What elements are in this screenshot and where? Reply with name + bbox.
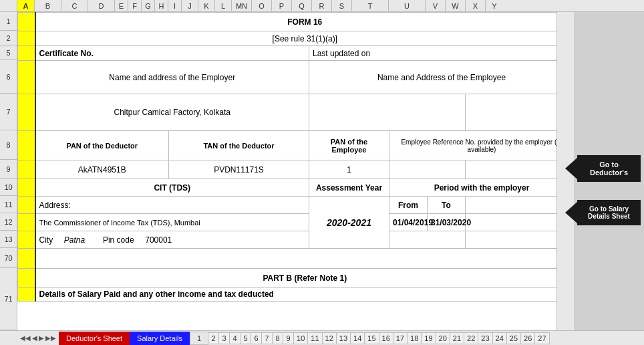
sheet-num-9[interactable]: 9 xyxy=(283,332,294,344)
col-v-header[interactable]: V xyxy=(426,0,446,11)
pincode-val: 700001 xyxy=(145,235,172,245)
sheet-num-17[interactable]: 17 xyxy=(393,332,408,344)
col-e-header[interactable]: E xyxy=(115,0,128,11)
city-val: Patna xyxy=(64,235,85,245)
cell-a-partb xyxy=(18,269,35,288)
col-j-header[interactable]: J xyxy=(182,0,198,11)
see-rule-row: [See rule 31(1)(a)] xyxy=(18,31,557,46)
emp-ref-val-spacer xyxy=(389,160,466,179)
sheet-num-22[interactable]: 22 xyxy=(464,332,478,344)
col-mn-header[interactable]: MN xyxy=(232,0,252,11)
col-b-header[interactable]: B xyxy=(35,0,61,11)
details-row: Details of Salary Paid and any other inc… xyxy=(18,288,557,302)
address-dates-row: The Commissioner of Income Tax (TDS), Mu… xyxy=(18,214,557,231)
col-i-header[interactable]: I xyxy=(168,0,182,11)
to-label: To xyxy=(428,197,466,214)
sheet-num-8[interactable]: 8 xyxy=(273,332,283,344)
sheet-num-16[interactable]: 16 xyxy=(379,332,393,344)
tab-salary-details[interactable]: Salary Details xyxy=(130,332,190,345)
sheet-num-19[interactable]: 19 xyxy=(422,332,436,344)
col-r-header[interactable]: R xyxy=(312,0,332,11)
col-p-header[interactable]: P xyxy=(272,0,292,11)
sheet-num-7[interactable]: 7 xyxy=(262,332,273,344)
col-a-header[interactable]: A xyxy=(17,0,35,11)
col-w-header[interactable]: W xyxy=(446,0,466,11)
cell-a12 xyxy=(18,214,35,231)
date-spacer xyxy=(466,214,557,231)
sheet-num-5[interactable]: 5 xyxy=(240,332,251,344)
nav-next[interactable]: ▶ xyxy=(39,334,44,342)
tab-deductors-sheet[interactable]: Deductor's Sheet xyxy=(59,332,130,345)
sheet-num-27[interactable]: 27 xyxy=(535,332,549,344)
col-s-header[interactable]: S xyxy=(332,0,352,11)
col-o-header[interactable]: O xyxy=(252,0,272,11)
sheet-num-3[interactable]: 3 xyxy=(219,332,230,344)
sheet-num-15[interactable]: 15 xyxy=(365,332,379,344)
nav-prev[interactable]: ◀ xyxy=(32,334,37,342)
form-title: FORM 16 xyxy=(35,13,557,31)
name-header-row: Name and address of the Employer Name an… xyxy=(18,61,557,94)
col-g-header[interactable]: G xyxy=(142,0,155,11)
col-h-header[interactable]: H xyxy=(155,0,168,11)
form-title-row: FORM 16 xyxy=(18,13,557,31)
sheet-num-10[interactable]: 10 xyxy=(294,332,308,344)
spacer-row-70 xyxy=(18,249,557,269)
sheet-num-12[interactable]: 12 xyxy=(323,332,337,344)
sheet-num-11[interactable]: 11 xyxy=(308,332,322,344)
col-f-header[interactable]: F xyxy=(128,0,142,11)
nav-last[interactable]: ▶▶ xyxy=(45,334,56,342)
sheet-num-20[interactable]: 20 xyxy=(436,332,450,344)
col-d-header[interactable]: D xyxy=(88,0,115,11)
nav-first[interactable]: ◀◀ xyxy=(20,334,31,342)
row-num-13: 13 xyxy=(0,231,17,248)
sheet-num-2[interactable]: 2 xyxy=(208,332,219,344)
row-num-5: 5 xyxy=(0,45,17,60)
cell-a70 xyxy=(18,249,35,269)
col-c-header[interactable]: C xyxy=(61,0,88,11)
sheet-num-25[interactable]: 25 xyxy=(507,332,521,344)
details-label: Details of Salary Paid and any other inc… xyxy=(35,288,557,302)
cell-a8 xyxy=(18,131,35,160)
address-label: Address: xyxy=(39,201,71,210)
row-num-6: 6 xyxy=(0,60,17,94)
assessment-year-label: Assessment Year xyxy=(309,179,389,197)
sheet-num-26[interactable]: 26 xyxy=(521,332,535,344)
sheet-num-23[interactable]: 23 xyxy=(478,332,492,344)
col-k-header[interactable]: K xyxy=(198,0,215,11)
col-x-header[interactable]: X xyxy=(466,0,486,11)
city-label: City xyxy=(39,235,53,245)
sheet-num-4[interactable]: 4 xyxy=(230,332,240,344)
pan-deductor-header: PAN of the Deductor xyxy=(35,131,169,160)
right-panel: Go to Deductor's Go to Salary Details Sh… xyxy=(574,12,644,330)
pincode-label: Pin code xyxy=(103,235,134,245)
period-employer-label: Period with the employer xyxy=(389,179,557,197)
sheet-num-21[interactable]: 21 xyxy=(450,332,464,344)
cell-a13 xyxy=(18,231,35,249)
sheet-num-24[interactable]: 24 xyxy=(493,332,507,344)
sheet-num-6[interactable]: 6 xyxy=(251,332,262,344)
col-l-header[interactable]: L xyxy=(215,0,232,11)
sheet-num-14[interactable]: 14 xyxy=(351,332,365,344)
employer-name: Chitpur Camical Factory, Kolkata xyxy=(35,94,309,131)
assessment-year-val: 2020-2021 xyxy=(309,197,389,249)
sheet-num-18[interactable]: 18 xyxy=(408,332,422,344)
col-u-header[interactable]: U xyxy=(389,0,426,11)
cit-tds: CIT (TDS) xyxy=(35,179,309,197)
go-to-salary-button[interactable]: Go to Salary Details Sheet xyxy=(577,200,641,225)
emp-detail-num: 1 xyxy=(466,94,557,131)
employer-details-row: Chitpur Camical Factory, Kolkata 1 xyxy=(18,94,557,131)
row-num-8: 8 xyxy=(0,130,17,160)
column-header-row: A B C D E F G H I J K L MN O P Q R S T U… xyxy=(0,0,644,12)
col-q-header[interactable]: Q xyxy=(292,0,312,11)
sheet-num-13[interactable]: 13 xyxy=(337,332,351,344)
tab-1[interactable]: 1 xyxy=(190,332,208,345)
cell-a9 xyxy=(18,160,35,179)
corner-cell xyxy=(0,0,17,11)
employee-details xyxy=(309,94,466,131)
row-num-71: 71 xyxy=(0,268,17,330)
pan-tan-values-row: AkATN4951B PVDN11171S 1 1 xyxy=(18,160,557,179)
sheet-content: FORM 16 [See rule 31(1)(a)] Certificate … xyxy=(17,12,556,330)
col-y-header[interactable]: Y xyxy=(486,0,503,11)
go-to-deductors-button[interactable]: Go to Deductor's xyxy=(577,155,641,182)
col-t-header[interactable]: T xyxy=(352,0,389,11)
